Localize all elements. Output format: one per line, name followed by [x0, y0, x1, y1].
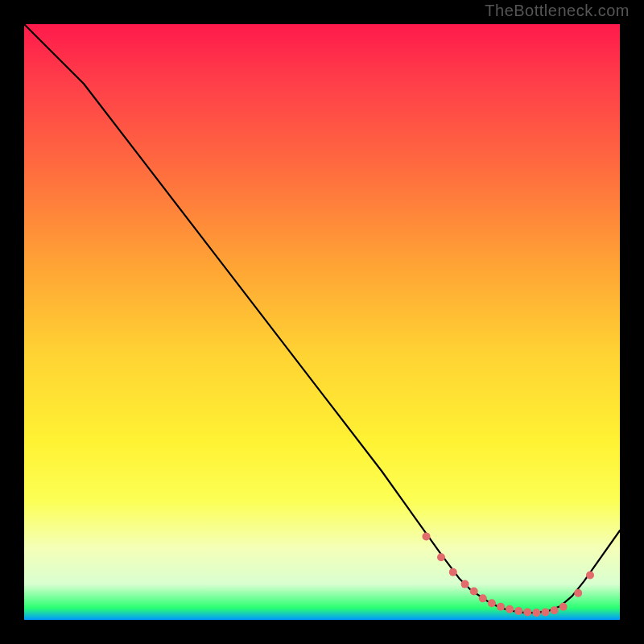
data-marker	[559, 603, 568, 611]
data-marker	[497, 603, 505, 611]
markers-group	[423, 532, 595, 617]
data-marker	[532, 609, 540, 617]
data-marker	[423, 532, 431, 540]
chart-svg	[24, 24, 620, 620]
data-marker	[437, 553, 445, 561]
data-marker	[506, 605, 514, 613]
data-marker	[470, 587, 478, 595]
data-marker	[523, 608, 531, 616]
data-marker	[514, 607, 522, 615]
data-marker	[542, 608, 550, 616]
data-marker	[449, 568, 457, 576]
plot-area	[24, 24, 620, 620]
data-marker	[586, 572, 594, 580]
bottleneck-curve	[24, 24, 620, 613]
chart-container: TheBottleneck.com	[0, 0, 644, 644]
data-marker	[551, 606, 559, 614]
data-marker	[479, 594, 487, 602]
data-marker	[574, 589, 582, 597]
data-marker	[488, 599, 496, 607]
watermark-text: TheBottleneck.com	[485, 2, 630, 20]
data-marker	[461, 580, 469, 588]
